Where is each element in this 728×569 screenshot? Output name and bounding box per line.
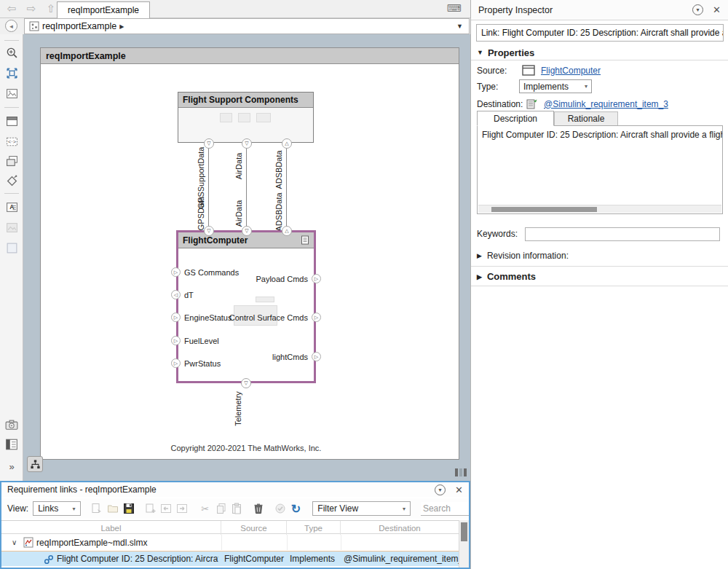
delete-icon[interactable] — [250, 501, 266, 517]
filter-view-dropdown[interactable]: Filter View ▾ — [312, 501, 411, 516]
divider — [471, 286, 728, 286]
tab-reqimportexample[interactable]: reqImportExample — [57, 1, 150, 18]
refresh-icon[interactable]: ↻ — [288, 501, 304, 517]
vertical-scrollbar[interactable] — [459, 520, 469, 568]
hierarchy-view-button[interactable] — [27, 456, 43, 472]
copy-model-icon[interactable] — [4, 153, 20, 169]
fc-inport-enginestatus[interactable]: ▷ EngineStatus — [171, 313, 232, 322]
demote-icon[interactable] — [174, 501, 190, 517]
screenshot-icon[interactable] — [4, 85, 20, 101]
breadcrumb-model-name[interactable]: reqImportExample — [42, 21, 116, 31]
fc-port-adsb[interactable]: △ — [282, 226, 292, 236]
column-header-destination[interactable]: Destination — [341, 521, 459, 535]
grip-bar — [464, 468, 467, 476]
fc-port-dt[interactable]: ◁ dT — [171, 290, 194, 299]
port-right-icon: ▷ — [314, 354, 318, 360]
expand-toolbar-icon[interactable]: » — [4, 458, 20, 474]
destination-link[interactable]: @Simulink_requirement_item_3 — [544, 99, 668, 109]
confirm-icon[interactable] — [272, 501, 288, 517]
new-requirement-set-icon[interactable] — [90, 501, 106, 517]
diagram-title: reqImportExample — [46, 51, 126, 61]
keyboard-icon[interactable]: ⌨ — [447, 2, 462, 14]
close-icon[interactable]: ✕ — [455, 484, 463, 495]
paste-icon[interactable] — [229, 501, 245, 517]
expanded-icon: ▼ — [477, 49, 483, 56]
hide-explorer-button[interactable]: ◂ — [5, 20, 17, 32]
type-dropdown[interactable]: Implements ▾ — [519, 79, 592, 93]
up-icon[interactable]: ⇧ — [44, 2, 58, 15]
resize-grip[interactable] — [455, 468, 467, 476]
zoom-icon[interactable] — [4, 44, 20, 60]
signal-line-adsb[interactable] — [286, 144, 287, 231]
copy-icon[interactable] — [213, 501, 229, 517]
diagram-page[interactable]: reqImportExample Flight Support Componen… — [40, 47, 459, 460]
code-area-icon[interactable]: <·> — [4, 133, 20, 149]
close-icon[interactable]: ✕ — [713, 4, 721, 15]
signal-line-gps[interactable] — [208, 144, 209, 231]
cut-icon[interactable]: ✂ — [197, 501, 213, 517]
fc-outport-payload-cmds[interactable]: Payload Cmds ▷ — [256, 274, 321, 283]
scrollbar-thumb[interactable] — [461, 522, 467, 541]
source-link[interactable]: FlightComputer — [541, 66, 601, 76]
fc-outport-control-surface-cmds[interactable]: Control Surface Cmds ▷ — [229, 313, 321, 322]
signal-line-air[interactable] — [246, 144, 247, 231]
diagram-canvas[interactable]: reqImportExample Flight Support Componen… — [23, 34, 470, 481]
breadcrumb[interactable]: reqImportExample ▶ ▼ — [24, 18, 470, 34]
column-header-label[interactable]: Label — [1, 521, 221, 535]
scrollbar-thumb[interactable] — [491, 207, 597, 212]
back-icon[interactable]: ⇦ — [4, 2, 19, 15]
section-properties[interactable]: ▼ Properties — [471, 45, 728, 60]
description-textarea[interactable]: Flight Computer ID: 25 Description: Airc… — [477, 125, 723, 214]
fc-inport-pwrstatus[interactable]: ▷ PwrStatus — [171, 358, 221, 368]
breadcrumb-row: ◂ reqImportExample ▶ ▼ — [0, 18, 470, 34]
breadcrumb-dropdown-icon[interactable]: ▼ — [456, 23, 463, 30]
image-annotation-icon[interactable] — [4, 219, 20, 235]
horizontal-scrollbar[interactable] — [478, 205, 721, 213]
column-header-source[interactable]: Source — [221, 521, 287, 535]
save-icon[interactable] — [121, 501, 137, 517]
fc-port-gps[interactable]: ▽ — [204, 226, 214, 236]
type-value: Implements — [523, 82, 569, 92]
view-dropdown[interactable]: Links ▾ — [33, 501, 80, 516]
keywords-input[interactable] — [525, 227, 720, 241]
section-comments[interactable]: ▶ Comments — [477, 271, 536, 282]
fsc-port-adsb[interactable]: △ — [282, 138, 292, 149]
area-box-icon[interactable] — [4, 240, 20, 256]
breadcrumb-caret-icon[interactable]: ▶ — [119, 23, 124, 30]
tab-description[interactable]: Description — [477, 111, 554, 126]
expand-row-icon[interactable]: ∨ — [12, 538, 17, 546]
tab-rationale[interactable]: Rationale — [554, 111, 618, 125]
subsystem-icon[interactable] — [4, 113, 20, 129]
auto-arrange-icon[interactable] — [4, 173, 20, 189]
fit-to-view-icon[interactable] — [4, 65, 20, 81]
port-label: EngineStatus — [184, 313, 232, 322]
model-browser-icon[interactable] — [4, 436, 20, 452]
fsc-port-gps[interactable]: ▽ — [204, 138, 214, 149]
open-icon[interactable] — [105, 501, 121, 517]
subsystem-source-icon — [522, 65, 535, 76]
fc-inport-fuellevel[interactable]: ▷ FuelLevel — [171, 336, 219, 345]
port-label: dT — [184, 291, 194, 299]
panel-menu-icon[interactable]: ▾ — [692, 4, 703, 15]
chevron-down-icon: ▾ — [403, 506, 405, 512]
fc-outport-lightcmds[interactable]: lightCmds ▷ — [272, 352, 321, 361]
block-flightcomputer[interactable]: FlightComputer ▷ GS Commands ◁ dT ▷ Engi… — [176, 230, 316, 383]
camera-icon[interactable] — [4, 417, 20, 433]
annotation-icon[interactable]: A — [4, 199, 20, 215]
fc-port-air[interactable]: ▽ — [242, 226, 252, 236]
fsc-port-air[interactable]: ▽ — [242, 138, 252, 149]
table-row[interactable]: ∨ reqImportExample~mdl.slmx — [1, 535, 459, 550]
linked-doc-icon — [301, 235, 309, 245]
panel-menu-icon[interactable]: ▾ — [435, 484, 446, 495]
fc-outport-telemetry[interactable]: ▽ — [241, 378, 251, 388]
port-down-icon: ▽ — [207, 228, 210, 234]
section-revision-information[interactable]: ▶ Revision information: — [477, 251, 569, 261]
column-header-type[interactable]: Type — [287, 521, 341, 535]
fc-inport-gs-commands[interactable]: ▷ GS Commands — [171, 267, 239, 277]
table-row-selected[interactable]: Flight Computer ID: 25 Description: Airc… — [1, 551, 459, 566]
add-link-icon[interactable] — [143, 501, 159, 517]
forward-icon[interactable]: ⇨ — [24, 2, 39, 15]
search-input[interactable] — [421, 502, 469, 516]
port-label: GS Commands — [184, 268, 239, 277]
promote-icon[interactable] — [158, 501, 174, 517]
